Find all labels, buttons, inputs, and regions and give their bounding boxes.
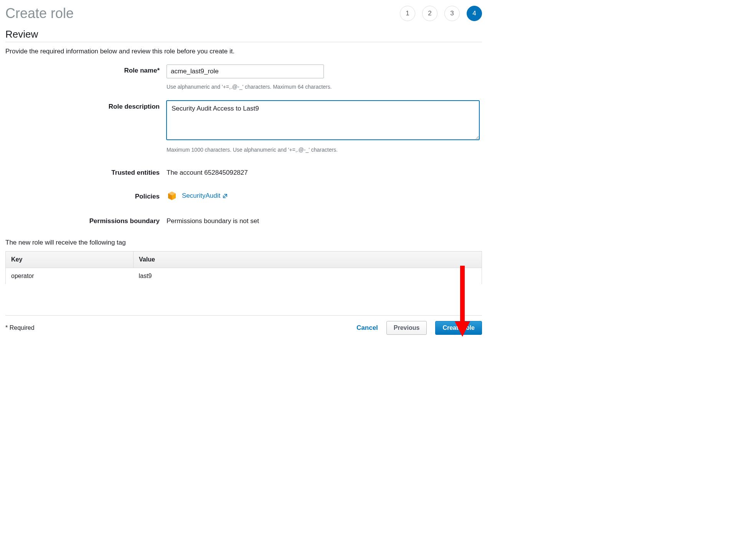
- policies-label: Policies: [5, 190, 167, 201]
- required-note: * Required: [5, 324, 35, 331]
- policy-cube-icon: [167, 190, 177, 201]
- section-title: Review: [5, 28, 482, 42]
- role-name-input[interactable]: [167, 65, 324, 78]
- tags-col-key: Key: [6, 251, 134, 268]
- role-name-label: Role name*: [5, 65, 167, 90]
- table-row: operator last9: [6, 268, 482, 285]
- role-description-label: Role description: [5, 101, 167, 153]
- step-1[interactable]: 1: [400, 6, 415, 21]
- role-description-input[interactable]: [167, 101, 479, 140]
- external-link-icon: [223, 193, 228, 199]
- page-title: Create role: [5, 5, 74, 22]
- step-3[interactable]: 3: [444, 6, 460, 21]
- cancel-button[interactable]: Cancel: [357, 324, 378, 332]
- create-role-button[interactable]: Create role: [435, 321, 482, 335]
- policy-link[interactable]: SecurityAudit: [182, 192, 228, 200]
- tags-table: Key Value operator last9: [5, 251, 482, 285]
- step-4[interactable]: 4: [467, 6, 482, 21]
- permissions-boundary-label: Permissions boundary: [5, 215, 167, 225]
- policy-link-text: SecurityAudit: [182, 192, 220, 200]
- role-name-hint: Use alphanumeric and '+=,.@-_' character…: [167, 84, 482, 90]
- trusted-entities-value: The account 652845092827: [167, 167, 482, 177]
- step-2[interactable]: 2: [422, 6, 437, 21]
- wizard-steps: 1 2 3 4: [400, 6, 482, 21]
- tags-heading: The new role will receive the following …: [5, 239, 482, 247]
- tags-col-value: Value: [134, 251, 482, 268]
- role-description-hint: Maximum 1000 characters. Use alphanumeri…: [167, 147, 482, 153]
- subtitle: Provide the required information below a…: [5, 48, 482, 55]
- tag-key-cell: operator: [6, 268, 134, 285]
- permissions-boundary-value: Permissions boundary is not set: [167, 215, 482, 225]
- trusted-entities-label: Trusted entities: [5, 167, 167, 177]
- tag-value-cell: last9: [134, 268, 482, 285]
- previous-button[interactable]: Previous: [386, 321, 427, 335]
